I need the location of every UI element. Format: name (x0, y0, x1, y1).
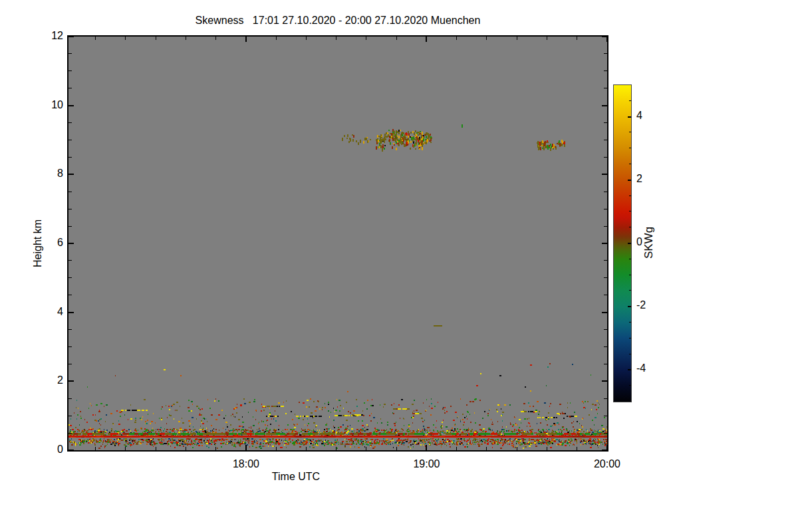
y-tick (604, 226, 607, 227)
colorbar (613, 84, 632, 402)
x-tick (486, 447, 487, 450)
y-tick (604, 295, 607, 295)
y-tick (68, 174, 74, 175)
y-tick (602, 36, 607, 37)
y-tick (602, 380, 607, 382)
y-tick (68, 346, 72, 347)
y-tick (604, 433, 607, 434)
colorbar-tick-label: -4 (636, 362, 663, 374)
x-tick (276, 447, 277, 450)
y-tick (68, 312, 74, 313)
y-tick (68, 226, 72, 227)
y-tick (68, 380, 74, 382)
y-tick (604, 398, 607, 399)
x-tick-label: 19:00 (405, 458, 448, 470)
colorbar-tick (628, 116, 631, 118)
colorbar-tick (629, 148, 631, 148)
x-tick (186, 447, 186, 450)
colorbar-tick (629, 196, 631, 196)
y-tick-label: 12 (26, 30, 63, 42)
x-tick (276, 37, 277, 40)
x-tick (156, 447, 156, 450)
colorbar-tick (629, 259, 631, 259)
x-axis-label: Time UTC (272, 471, 320, 483)
y-tick (604, 277, 607, 278)
x-tick (456, 447, 457, 450)
y-tick (68, 295, 72, 295)
x-tick (396, 37, 397, 40)
y-tick (68, 192, 72, 192)
x-tick (396, 447, 397, 450)
x-tick (366, 447, 366, 450)
x-tick (95, 447, 96, 450)
x-tick (577, 37, 577, 40)
y-tick (604, 346, 607, 347)
x-tick-label: 20:00 (586, 458, 628, 470)
y-tick (68, 398, 72, 399)
colorbar-tick (629, 227, 631, 227)
x-tick (245, 445, 247, 450)
y-tick (602, 450, 607, 451)
x-tick (577, 447, 577, 450)
y-tick-label: 6 (26, 237, 63, 249)
colorbar-tick (629, 290, 631, 291)
plot-area (67, 35, 608, 452)
colorbar-tick (628, 369, 631, 370)
y-tick (604, 70, 607, 71)
y-tick (68, 450, 74, 451)
x-tick (547, 447, 547, 450)
y-tick (602, 243, 607, 244)
y-tick (68, 122, 72, 123)
x-tick (517, 447, 517, 450)
x-tick (95, 37, 96, 40)
x-tick (215, 37, 216, 40)
y-tick (604, 416, 607, 416)
colorbar-tick (629, 211, 631, 211)
chart-title: Skewness 17:01 27.10.2020 - 20:00 27.10.… (68, 15, 607, 27)
x-tick (125, 37, 126, 40)
skewness-quicklook-figure: Skewness 17:01 27.10.2020 - 20:00 27.10.… (0, 0, 798, 532)
x-tick (366, 37, 366, 40)
y-tick-label: 2 (26, 374, 63, 386)
heatmap-canvas (68, 37, 607, 450)
x-tick (245, 37, 247, 42)
y-tick-label: 10 (26, 99, 63, 111)
y-tick (604, 53, 607, 54)
y-tick (68, 105, 74, 106)
colorbar-tick (629, 132, 631, 132)
y-tick (604, 209, 607, 209)
x-tick (547, 37, 547, 40)
x-tick (426, 37, 427, 42)
y-tick (604, 329, 607, 330)
y-tick (604, 88, 607, 88)
y-tick (604, 122, 607, 123)
x-tick (486, 37, 487, 40)
x-tick (306, 37, 307, 40)
y-tick (68, 53, 72, 54)
colorbar-tick-label: 4 (636, 110, 663, 122)
x-tick (186, 37, 186, 40)
y-tick (602, 312, 607, 313)
y-tick (68, 209, 72, 209)
colorbar-tick (629, 338, 631, 338)
x-tick (456, 37, 457, 40)
colorbar-tick-label: -2 (636, 299, 663, 311)
colorbar-tick (629, 385, 631, 386)
colorbar-tick (628, 180, 631, 181)
y-tick-label: 0 (26, 444, 63, 456)
y-tick-label: 8 (26, 168, 63, 180)
x-tick (517, 37, 517, 40)
y-tick (602, 174, 607, 175)
y-tick (68, 364, 72, 364)
x-tick (336, 37, 336, 40)
y-tick (68, 70, 72, 71)
colorbar-tick-label: 2 (636, 173, 663, 185)
x-tick (215, 447, 216, 450)
y-tick (604, 364, 607, 364)
colorbar-tick (629, 275, 631, 275)
colorbar-tick (629, 100, 631, 101)
colorbar-tick (628, 243, 631, 244)
y-tick (604, 192, 607, 192)
x-tick-label: 18:00 (225, 458, 267, 470)
y-tick (68, 329, 72, 330)
